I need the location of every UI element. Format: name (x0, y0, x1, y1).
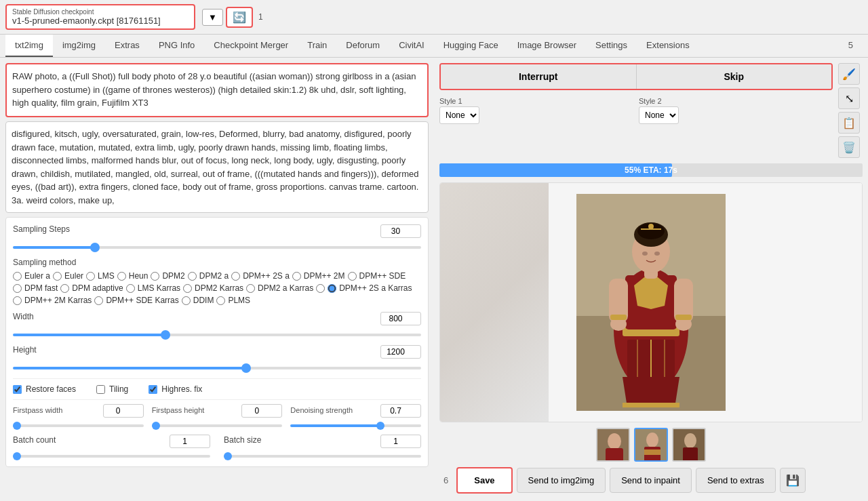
radio-dpmpp-sde[interactable]: DPM++ SDE (348, 271, 406, 281)
radio-dpmpp-2m-karras[interactable]: DPM++ 2M Karras (13, 296, 92, 305)
radio-heun[interactable]: Heun (117, 271, 149, 281)
radio-dpmpp-2s-a[interactable]: DPM++ 2S a (231, 271, 290, 281)
sampling-steps-slider[interactable] (13, 246, 421, 249)
trash-icon-btn[interactable]: 🗑️ (838, 136, 860, 158)
tab-img2img[interactable]: img2img (53, 35, 105, 57)
width-input[interactable] (380, 312, 421, 325)
right-top-section: Interrupt Skip Style 1 None Style 2 No (439, 63, 863, 158)
tab-txt2img[interactable]: txt2img (5, 35, 53, 57)
interrupt-button[interactable]: Interrupt (441, 64, 637, 89)
brush-icon-btn[interactable]: 🖌️ (838, 63, 860, 85)
batch-count-item: Batch count (13, 435, 210, 460)
negative-prompt[interactable]: disfigured, kitsch, ugly, oversaturated,… (5, 121, 429, 213)
controls-section: Sampling Steps Sampling method Euler a E… (5, 217, 429, 467)
radio-dpm2-karras[interactable]: DPM2 Karras (183, 283, 243, 293)
radio-dpm2[interactable]: DPM2 (151, 271, 184, 281)
height-slider[interactable] (13, 367, 421, 369)
restore-faces-label: Restore faces (26, 384, 76, 394)
radio-lms-karras[interactable]: LMS Karras (126, 283, 180, 293)
radio-ddim[interactable]: DDIM (182, 296, 214, 305)
tab-huggingface[interactable]: Hugging Face (434, 35, 508, 57)
style2-select[interactable]: None (639, 106, 679, 124)
tab-train[interactable]: Train (298, 35, 336, 57)
bottom-num-label: 6 (439, 471, 452, 489)
svg-rect-29 (606, 448, 623, 462)
radio-dpm-adaptive[interactable]: DPM adaptive (60, 283, 123, 293)
restore-faces-option[interactable]: Restore faces (13, 384, 76, 394)
style1-select[interactable]: None (439, 106, 479, 124)
tab-checkpoint[interactable]: Checkpoint Merger (204, 35, 298, 57)
denoising-slider[interactable] (290, 424, 421, 427)
blurred-region (440, 183, 549, 422)
firstpass-height-slider[interactable] (152, 424, 283, 427)
tab-extras[interactable]: Extras (105, 35, 149, 57)
batch-count-slider[interactable] (13, 455, 210, 458)
tiling-checkbox[interactable] (96, 385, 105, 394)
thumbnail-2[interactable] (634, 428, 668, 462)
thumbnail-1[interactable] (596, 428, 630, 462)
left-panel: RAW photo, a ((Full Shot)) full body pho… (0, 58, 434, 499)
firstpass-height-input[interactable] (241, 404, 282, 418)
thumbnail-3[interactable] (672, 428, 706, 462)
batch-size-input[interactable] (380, 435, 421, 448)
checkpoint-dropdown[interactable]: ▼ (202, 9, 223, 26)
highres-fix-option[interactable]: Highres. fix (149, 384, 202, 394)
send-extras-button[interactable]: Send to extras (696, 468, 776, 493)
positive-prompt[interactable]: RAW photo, a ((Full Shot)) full body pho… (5, 63, 429, 117)
sampling-method-label: Sampling method (13, 258, 76, 267)
radio-dpmpp-2s-a-karras[interactable]: DPM++ 2S a Karras (316, 283, 412, 293)
style2-label: Style 2 (639, 97, 833, 105)
tab-civitai[interactable]: CivitAI (389, 35, 434, 57)
sampling-methods: Euler a Euler LMS Heun DPM2 DPM2 a DPM++… (13, 271, 421, 305)
top-badge: 1 (258, 12, 263, 22)
radio-plms[interactable]: PLMS (216, 296, 250, 305)
sampling-method-row: Sampling method Euler a Euler LMS Heun D… (13, 258, 421, 305)
checkpoint-label: Stable Diffusion checkpoint (12, 8, 189, 16)
firstpass-width-slider[interactable] (13, 424, 144, 427)
denoising-item: Denoising strength (290, 404, 421, 429)
save-button[interactable]: Save (456, 467, 512, 494)
width-slider[interactable] (13, 334, 421, 336)
tab-pnginfo[interactable]: PNG Info (149, 35, 204, 57)
tiling-option[interactable]: Tiling (96, 384, 128, 394)
radio-dpm2-a[interactable]: DPM2 a (188, 271, 229, 281)
highres-fix-checkbox[interactable] (149, 385, 157, 394)
tab-deforum[interactable]: Deforum (336, 35, 389, 57)
width-row: Width (13, 312, 421, 338)
height-label: Height (13, 345, 37, 359)
tab-imagebrowser[interactable]: Image Browser (508, 35, 586, 57)
height-input[interactable] (380, 345, 421, 359)
send-inpaint-button[interactable]: Send to inpaint (610, 468, 692, 493)
thumbnails (439, 428, 863, 462)
right-panel: Interrupt Skip Style 1 None Style 2 No (434, 58, 868, 499)
radio-dpmpp-2m[interactable]: DPM++ 2M (292, 271, 345, 281)
svg-point-31 (646, 433, 658, 447)
interrupt-skip-group: Interrupt Skip (439, 63, 833, 90)
checkpoint-refresh[interactable]: 🔄 (226, 7, 253, 28)
firstpass-width-input[interactable] (103, 404, 144, 418)
radio-dpm2-a-karras[interactable]: DPM2 a Karras (246, 283, 313, 293)
batch-size-slider[interactable] (224, 455, 421, 458)
radio-euler-a[interactable]: Euler a (13, 271, 50, 281)
save-file-icon-btn[interactable]: 💾 (780, 468, 806, 493)
radio-dpm-fast[interactable]: DPM fast (13, 283, 58, 293)
radio-dpmpp-sde-karras[interactable]: DPM++ SDE Karras (94, 296, 178, 305)
send-img2img-button[interactable]: Send to img2img (517, 468, 606, 493)
svg-point-28 (608, 433, 621, 449)
sampling-steps-label: Sampling Steps (13, 224, 70, 238)
main-layout: RAW photo, a ((Full Shot)) full body pho… (0, 58, 868, 499)
svg-rect-36 (683, 447, 698, 462)
tab-extensions[interactable]: Extensions (637, 35, 699, 57)
sampling-steps-input[interactable] (380, 224, 421, 238)
batch-count-input[interactable] (170, 435, 210, 448)
copy-icon-btn[interactable]: 📋 (838, 112, 860, 134)
radio-lms[interactable]: LMS (86, 271, 115, 281)
skip-button[interactable]: Skip (637, 64, 832, 89)
resize-icon-btn[interactable]: ⤡ (838, 87, 860, 109)
restore-faces-checkbox[interactable] (13, 385, 22, 394)
denoising-input[interactable] (380, 404, 421, 418)
tabs: txt2img img2img Extras PNG Info Checkpoi… (0, 35, 868, 58)
radio-euler[interactable]: Euler (53, 271, 83, 281)
tab-settings[interactable]: Settings (586, 35, 637, 57)
firstpass-height-label: Firstpass height (152, 406, 205, 414)
